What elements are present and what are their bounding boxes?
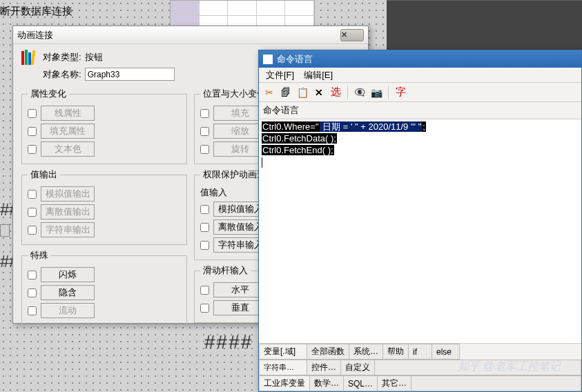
toolbar-separator-1: [347, 86, 348, 99]
fill-prop-button[interactable]: 填充属性: [41, 124, 95, 139]
text-cursor: [262, 157, 262, 168]
tab-if[interactable]: if: [409, 344, 432, 360]
tab-spacer2: [411, 375, 581, 391]
dialog2-title: 命令语言: [277, 53, 313, 66]
analog-out-button[interactable]: 模拟值输出: [41, 186, 95, 202]
obj-name-input[interactable]: [85, 68, 175, 81]
bg-db-text: 断开数据库连接: [0, 5, 72, 18]
menu-edit[interactable]: 编辑[E]: [300, 68, 337, 83]
dialog1-titlebar[interactable]: 动画连接 ✕: [13, 26, 368, 44]
dark-strip: [387, 0, 582, 50]
tab-else[interactable]: else: [432, 344, 460, 360]
paste-icon[interactable]: 📋: [296, 86, 309, 99]
tab-control[interactable]: 控件…: [307, 360, 341, 375]
analog-in-check[interactable]: [200, 205, 209, 214]
string-out-button[interactable]: 字符串输出: [41, 222, 95, 237]
tab-string[interactable]: 字符串…: [259, 360, 307, 375]
tab-math[interactable]: 数学…: [310, 375, 344, 391]
menu-bar: 文件[F] 编辑[E]: [259, 68, 581, 83]
text-color-check[interactable]: [28, 145, 37, 154]
dialog2-titlebar[interactable]: 命令语言: [259, 50, 581, 68]
tab-all-funcs[interactable]: 全部函数: [307, 344, 349, 360]
menu-file[interactable]: 文件[F]: [262, 68, 298, 83]
analog-out-check[interactable]: [28, 190, 37, 199]
tab-custom[interactable]: 自定义: [341, 360, 375, 375]
select-icon[interactable]: 选: [329, 86, 342, 99]
command-language-dialog: 命令语言 文件[F] 编辑[E] ✂ 🗐 📋 ✕ 选 👁‍🗨 📷 字 命令语言 …: [258, 50, 582, 392]
dialog1-close-button[interactable]: ✕: [340, 29, 364, 41]
delete-icon[interactable]: ✕: [313, 86, 325, 99]
code-line2: Ctrl0.FetchData( );: [262, 133, 337, 144]
dialog1-title: 动画连接: [17, 29, 340, 41]
slider-in-legend: 滑动杆输入: [200, 264, 251, 277]
fill-prop-check[interactable]: [28, 127, 37, 136]
find-icon[interactable]: 👁‍🗨: [353, 86, 366, 99]
tab-system[interactable]: 系统…: [349, 344, 383, 360]
hide-check[interactable]: [28, 288, 37, 297]
code-editor[interactable]: Ctrl0.Where=" 日期 = ' " + 2020/11/9 "' ";…: [259, 119, 581, 343]
cut-icon[interactable]: ✂: [263, 86, 275, 99]
tab-var-field[interactable]: 变量[.域]: [259, 344, 307, 360]
obj-type-label: 对象类型:: [43, 51, 81, 63]
line-prop-button[interactable]: 线属性: [41, 106, 95, 121]
code-line1-a: Ctrl0.Where=": [262, 121, 320, 132]
window-icon: [263, 55, 273, 64]
vert-check[interactable]: [200, 304, 209, 313]
rotate-check[interactable]: [200, 145, 209, 154]
camera-icon[interactable]: 📷: [370, 86, 382, 99]
string-in-check[interactable]: [200, 241, 209, 250]
text-color-button[interactable]: 文本色: [41, 141, 95, 157]
books-icon: [21, 50, 35, 65]
obj-type-value: 按钮: [85, 51, 103, 63]
discrete-out-button[interactable]: 离散值输出: [41, 204, 95, 219]
obj-name-label: 对象名称:: [43, 68, 81, 81]
special-group: 特殊 闪烁 隐含 流动: [21, 249, 187, 326]
tab-help[interactable]: 帮助: [383, 344, 409, 360]
hide-button[interactable]: 隐含: [41, 285, 95, 300]
tab-sql[interactable]: SQL…: [344, 375, 378, 391]
close-icon: ✕: [341, 30, 363, 39]
hash-marks-3: ####: [204, 331, 253, 353]
tab-spacer1: [375, 360, 581, 375]
copy-icon[interactable]: 🗐: [280, 86, 292, 99]
tab-industrial-var[interactable]: 工业库变量: [259, 375, 310, 391]
fill-check[interactable]: [200, 109, 209, 118]
prop-change-legend: 属性变化: [28, 88, 69, 100]
scale-check[interactable]: [200, 127, 209, 136]
code-line1-c: ;: [422, 121, 426, 132]
bottom-tabs: 变量[.域] 全部函数 系统… 帮助 if else 字符串… 控件… 自定义 …: [259, 343, 581, 391]
code-line1-b: 日期 = ' " + 2020/11/9 "' ": [320, 121, 423, 132]
toolbar: ✂ 🗐 📋 ✕ 选 👁‍🗨 📷 字: [259, 83, 581, 102]
horiz-check[interactable]: [200, 286, 209, 295]
line-prop-check[interactable]: [28, 109, 37, 118]
special-legend: 特殊: [28, 249, 51, 262]
prop-change-group: 属性变化 线属性 填充属性 文本色: [21, 88, 187, 164]
discrete-in-check[interactable]: [200, 223, 209, 232]
flow-button[interactable]: 流动: [41, 303, 95, 318]
toolbar-separator-2: [388, 86, 389, 99]
tab-other[interactable]: 其它…: [378, 375, 411, 391]
flow-check[interactable]: [28, 306, 37, 315]
value-out-group: 值输出 模拟值输出 离散值输出 字符串输出: [21, 168, 187, 245]
discrete-out-check[interactable]: [28, 208, 37, 217]
code-line3: Ctrl0.FetchEnd( );: [262, 145, 334, 155]
char-icon[interactable]: 字: [394, 86, 407, 99]
string-out-check[interactable]: [28, 226, 37, 235]
section-label: 命令语言: [259, 102, 581, 119]
value-out-legend: 值输出: [28, 168, 60, 181]
blink-check[interactable]: [28, 271, 37, 280]
blink-button[interactable]: 闪烁: [41, 267, 95, 282]
inset-box: [0, 224, 10, 237]
value-in-label: 值输入: [200, 186, 267, 199]
